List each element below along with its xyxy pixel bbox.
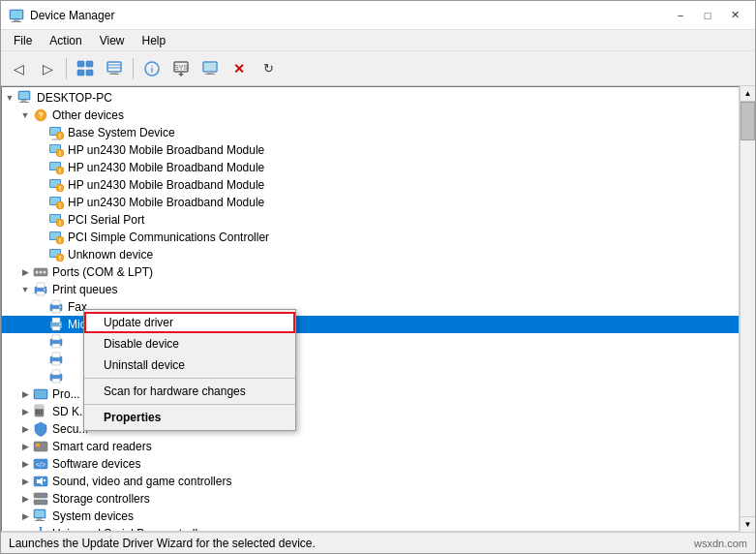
warning-icon-pci: !	[48, 212, 64, 228]
main-content: ▼ DESKTOP-PC ▼ ?	[1, 86, 755, 532]
svg-rect-26	[19, 102, 29, 103]
context-menu-scan-hardware[interactable]: Scan for hardware changes	[84, 381, 295, 402]
tree-item-hp3[interactable]: ! HP un2430 Mobile Broadband Module	[2, 176, 739, 194]
svg-rect-90	[35, 405, 44, 409]
svg-rect-95	[36, 444, 40, 446]
scroll-up-button[interactable]: ▲	[741, 86, 756, 102]
expand-print-queues[interactable]: ▼	[17, 281, 33, 298]
svg-rect-88	[35, 390, 46, 398]
svg-text:i: i	[151, 65, 154, 75]
close-button[interactable]: ✕	[722, 6, 747, 25]
usb-label: Universal Serial Bus controllers	[52, 527, 214, 532]
software-dev-icon: </>	[33, 456, 48, 472]
smart-card-icon	[33, 439, 48, 454]
svg-point-69	[44, 289, 45, 291]
expand-software-dev[interactable]: ▶	[17, 455, 33, 473]
warning-icon-hp3: !	[48, 177, 64, 193]
svg-rect-72	[52, 309, 60, 313]
window-controls: − □ ✕	[668, 6, 747, 25]
svg-rect-71	[52, 300, 60, 305]
menu-file[interactable]: File	[5, 31, 41, 50]
svg-point-63	[36, 271, 39, 274]
tree-item-storage[interactable]: ▶ Storage controllers	[2, 490, 739, 508]
scan-button[interactable]: ↻	[255, 55, 282, 82]
tree-item-hp2[interactable]: ! HP un2430 Mobile Broadband Module	[2, 159, 739, 176]
svg-rect-93	[41, 410, 43, 415]
tree-item-hp1[interactable]: ! HP un2430 Mobile Broadband Module	[2, 141, 739, 159]
svg-rect-1	[11, 11, 22, 18]
expand-root[interactable]: ▼	[2, 89, 17, 107]
context-menu-properties[interactable]: Properties	[84, 407, 295, 428]
toolbar-separator-2	[133, 58, 134, 79]
expand-storage[interactable]: ▶	[17, 490, 33, 508]
expand-ports[interactable]: ▶	[17, 263, 33, 281]
pro-icon	[33, 386, 48, 402]
context-menu: Update driver Disable device Uninstall d…	[83, 309, 296, 431]
ports-icon	[33, 264, 48, 280]
scroll-down-button[interactable]: ▼	[741, 516, 756, 532]
svg-rect-12	[109, 74, 119, 75]
tree-item-base-system[interactable]: ! Base System Device	[2, 124, 739, 141]
tree-item-pci-simple[interactable]: ! PCI Simple Communications Controller	[2, 229, 739, 246]
expand-sec[interactable]: ▶	[17, 420, 33, 438]
minimize-button[interactable]: −	[668, 6, 693, 25]
back-button[interactable]: ◁	[5, 55, 32, 82]
tree-item-software-dev[interactable]: ▶ </> Software devices	[2, 455, 739, 473]
svg-rect-6	[77, 70, 84, 76]
toolbar: ◁ ▷ i	[1, 51, 755, 86]
scroll-thumb[interactable]	[741, 102, 755, 140]
svg-rect-76	[52, 326, 60, 330]
expand-system-dev[interactable]: ▶	[17, 508, 33, 525]
unknown-label: Unknown device	[68, 248, 153, 262]
software-dev-label: Software devices	[52, 457, 140, 471]
svg-text:!: !	[59, 168, 61, 174]
context-menu-disable-device[interactable]: Disable device	[84, 333, 295, 354]
maximize-button[interactable]: □	[695, 6, 720, 25]
tree-item-print-queues[interactable]: ▼ Print queues	[2, 281, 739, 298]
menu-action[interactable]: Action	[41, 31, 90, 50]
update-driver-toolbar-button[interactable]: SYS	[167, 55, 195, 82]
expand-sound-video[interactable]: ▶	[17, 473, 33, 490]
svg-rect-109	[35, 520, 45, 521]
toolbar-separator-1	[66, 58, 67, 79]
forward-button[interactable]: ▷	[34, 55, 61, 82]
menu-help[interactable]: Help	[134, 31, 175, 50]
expand-smart-card[interactable]: ▶	[17, 438, 33, 455]
context-menu-update-driver[interactable]: Update driver	[84, 312, 295, 333]
uninstall-button[interactable]: ✕	[226, 55, 253, 82]
status-bar: Launches the Update Driver Wizard for th…	[1, 532, 755, 553]
menu-view[interactable]: View	[91, 31, 134, 50]
tree-item-sound-video[interactable]: ▶ Sound, video and game controllers	[2, 473, 739, 490]
tree-item-root[interactable]: ▼ DESKTOP-PC	[2, 89, 739, 107]
svg-text:!: !	[59, 255, 61, 262]
status-right: wsxdn.com	[694, 538, 747, 549]
hp3-label: HP un2430 Mobile Broadband Module	[68, 178, 264, 192]
tree-item-hp4[interactable]: ! HP un2430 Mobile Broadband Module	[2, 194, 739, 211]
expand-other-devices[interactable]: ▼	[17, 107, 33, 124]
context-menu-uninstall-device[interactable]: Uninstall device	[84, 354, 295, 376]
svg-point-73	[59, 306, 61, 308]
svg-rect-25	[21, 100, 26, 102]
expand-usb[interactable]: ▶	[17, 525, 33, 532]
print5-icon	[48, 369, 64, 385]
expand-sd[interactable]: ▶	[17, 403, 33, 420]
properties-button[interactable]: i	[138, 55, 166, 82]
tree-item-system-dev[interactable]: ▶ System devices	[2, 508, 739, 525]
sound-video-label: Sound, video and game controllers	[52, 475, 231, 488]
scrollbar[interactable]: ▲ ▼	[740, 86, 755, 532]
expand-pro[interactable]: ▶	[17, 385, 33, 403]
status-text: Launches the Update Driver Wizard for th…	[9, 537, 694, 550]
tree-item-smart-card[interactable]: ▶ Smart card readers	[2, 438, 739, 455]
tree-item-unknown[interactable]: ! Unknown device	[2, 246, 739, 263]
tree-item-other-devices[interactable]: ▼ ? Other devices	[2, 107, 739, 124]
warning-icon-hp1: !	[48, 142, 64, 158]
tree-item-pci-serial[interactable]: ! PCI Serial Port	[2, 211, 739, 229]
monitor-button[interactable]	[197, 55, 224, 82]
tree-item-ports[interactable]: ▶ Ports (COM & LPT)	[2, 263, 739, 281]
svg-point-114	[44, 532, 46, 533]
show-resources-button[interactable]	[101, 55, 128, 82]
show-device-button[interactable]	[72, 55, 99, 82]
svg-point-64	[40, 271, 43, 274]
tree-item-usb[interactable]: ▶ Universal Serial Bus controllers	[2, 525, 739, 532]
hp4-label: HP un2430 Mobile Broadband Module	[68, 196, 264, 209]
